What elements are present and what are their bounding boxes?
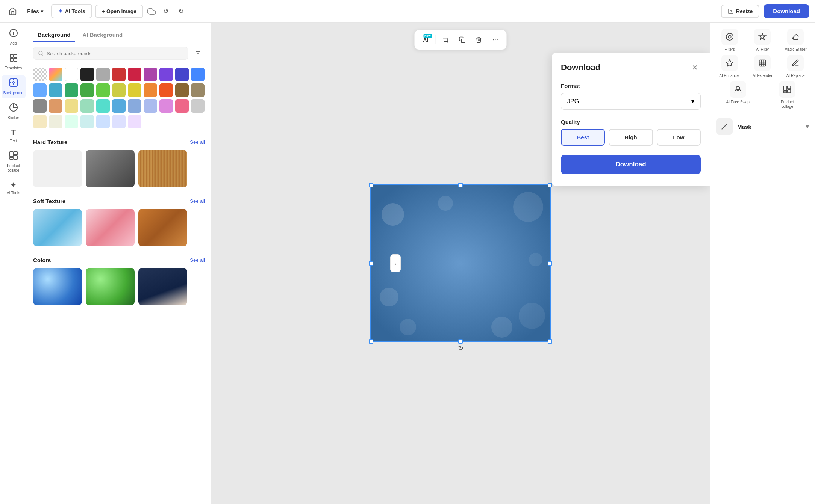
- toolbar-copy-button[interactable]: [456, 33, 469, 47]
- tool-filters[interactable]: Filters: [718, 29, 742, 52]
- color-item-green[interactable]: [86, 268, 135, 305]
- svg-rect-12: [10, 157, 13, 159]
- tab-ai-background[interactable]: AI Background: [78, 29, 127, 42]
- close-button[interactable]: ✕: [689, 62, 701, 74]
- quality-low-button[interactable]: Low: [657, 129, 701, 146]
- home-button[interactable]: [6, 5, 20, 18]
- color-swatch[interactable]: [33, 115, 47, 128]
- sidebar-item-product-collage[interactable]: Product collage: [2, 148, 26, 176]
- download-action-button[interactable]: Download: [561, 155, 701, 174]
- texture-item-water[interactable]: [33, 209, 82, 246]
- filter-button[interactable]: [191, 47, 205, 60]
- color-swatch[interactable]: [49, 68, 62, 81]
- mask-section[interactable]: Mask ▾: [710, 112, 815, 141]
- tool-ai-face-swap[interactable]: AI Face Swap: [726, 81, 750, 109]
- color-swatch[interactable]: [191, 83, 205, 97]
- color-swatch[interactable]: [191, 99, 205, 113]
- sidebar-item-add[interactable]: Add: [2, 26, 26, 49]
- color-swatch[interactable]: [80, 99, 94, 113]
- texture-item-wood[interactable]: [138, 150, 187, 187]
- collapse-panel-button[interactable]: ‹: [390, 254, 401, 272]
- texture-item-white[interactable]: [33, 150, 82, 187]
- color-swatch[interactable]: [191, 68, 205, 81]
- resize-button[interactable]: Resize: [721, 5, 759, 18]
- tool-product-collage[interactable]: Product collage: [775, 81, 799, 109]
- color-swatch[interactable]: [159, 68, 173, 81]
- ai-tools-button[interactable]: ✦ AI Tools: [51, 4, 92, 18]
- color-swatch[interactable]: [65, 83, 78, 97]
- hard-texture-see-all[interactable]: See all: [190, 139, 205, 145]
- color-swatch[interactable]: [144, 99, 157, 113]
- color-swatch[interactable]: [112, 99, 126, 113]
- sidebar-item-background[interactable]: Background: [2, 75, 26, 98]
- color-swatch[interactable]: [159, 99, 173, 113]
- color-swatch[interactable]: [175, 68, 189, 81]
- sidebar-item-templates[interactable]: Templates: [2, 50, 26, 74]
- search-box[interactable]: [33, 47, 188, 60]
- tool-ai-filter[interactable]: AI Filter: [750, 29, 774, 52]
- toolbar-more-button[interactable]: [489, 33, 502, 47]
- format-select[interactable]: JPG ▾: [561, 93, 701, 110]
- open-image-button[interactable]: + Open Image: [95, 5, 143, 18]
- color-swatch[interactable]: [65, 68, 78, 81]
- tool-ai-replace[interactable]: AI Replace: [783, 55, 807, 78]
- color-swatch[interactable]: [128, 83, 141, 97]
- toolbar-crop-button[interactable]: [439, 33, 453, 47]
- soft-texture-see-all[interactable]: See all: [190, 198, 205, 204]
- color-swatch[interactable]: [112, 83, 126, 97]
- color-item-navy[interactable]: [138, 268, 187, 305]
- redo-button[interactable]: ↻: [175, 5, 187, 17]
- color-swatch[interactable]: [175, 83, 189, 97]
- color-swatch[interactable]: [80, 83, 94, 97]
- sidebar-item-ai-tools[interactable]: ✦ AI Tools: [2, 177, 26, 198]
- sidebar-item-text[interactable]: T Text: [2, 125, 26, 146]
- tool-ai-extender[interactable]: AI Extender: [750, 55, 774, 78]
- color-swatch[interactable]: [65, 115, 78, 128]
- quality-label: Quality: [561, 119, 701, 125]
- color-swatch[interactable]: [49, 99, 62, 113]
- toolbar-ai-button[interactable]: AI New: [419, 33, 433, 47]
- templates-icon: [9, 53, 18, 65]
- color-swatch[interactable]: [33, 99, 47, 113]
- undo-button[interactable]: ↺: [160, 5, 172, 17]
- sidebar-icons: Add Templates Background Sticker T Text: [0, 23, 27, 504]
- color-item-blue[interactable]: [33, 268, 82, 305]
- quality-high-button[interactable]: High: [609, 129, 653, 146]
- color-swatch[interactable]: [128, 68, 141, 81]
- tool-magic-eraser[interactable]: Magic Eraser: [783, 29, 807, 52]
- color-swatch[interactable]: [144, 83, 157, 97]
- toolbar-delete-button[interactable]: [472, 33, 486, 47]
- download-button-top[interactable]: Download: [764, 4, 809, 18]
- color-swatch-transparent[interactable]: [33, 68, 47, 81]
- color-swatch[interactable]: [112, 68, 126, 81]
- search-input[interactable]: [47, 51, 183, 56]
- color-swatch[interactable]: [144, 68, 157, 81]
- color-swatch[interactable]: [49, 115, 62, 128]
- product-collage-icon: [9, 151, 18, 162]
- mask-chevron-icon[interactable]: ▾: [806, 122, 809, 131]
- sidebar-item-sticker[interactable]: Sticker: [2, 100, 26, 123]
- color-swatch[interactable]: [33, 83, 47, 97]
- color-swatch[interactable]: [96, 68, 110, 81]
- tab-background[interactable]: Background: [33, 29, 75, 42]
- color-swatch[interactable]: [175, 99, 189, 113]
- color-swatch[interactable]: [96, 115, 110, 128]
- texture-item-dark[interactable]: [86, 150, 135, 187]
- colors-see-all[interactable]: See all: [190, 257, 205, 263]
- color-swatch[interactable]: [128, 115, 141, 128]
- color-swatch[interactable]: [49, 83, 62, 97]
- color-swatch[interactable]: [80, 68, 94, 81]
- color-swatch[interactable]: [65, 99, 78, 113]
- color-swatch[interactable]: [96, 83, 110, 97]
- rotate-handle[interactable]: ↻: [456, 344, 465, 353]
- color-swatch[interactable]: [96, 99, 110, 113]
- files-button[interactable]: Files ▾: [23, 6, 48, 17]
- color-swatch[interactable]: [128, 99, 141, 113]
- color-swatch[interactable]: [159, 83, 173, 97]
- texture-item-brown[interactable]: [138, 209, 187, 246]
- color-swatch[interactable]: [112, 115, 126, 128]
- tool-ai-enhancer[interactable]: AI Enhancer: [718, 55, 742, 78]
- color-swatch[interactable]: [80, 115, 94, 128]
- quality-best-button[interactable]: Best: [561, 129, 605, 146]
- texture-item-pink[interactable]: [86, 209, 135, 246]
